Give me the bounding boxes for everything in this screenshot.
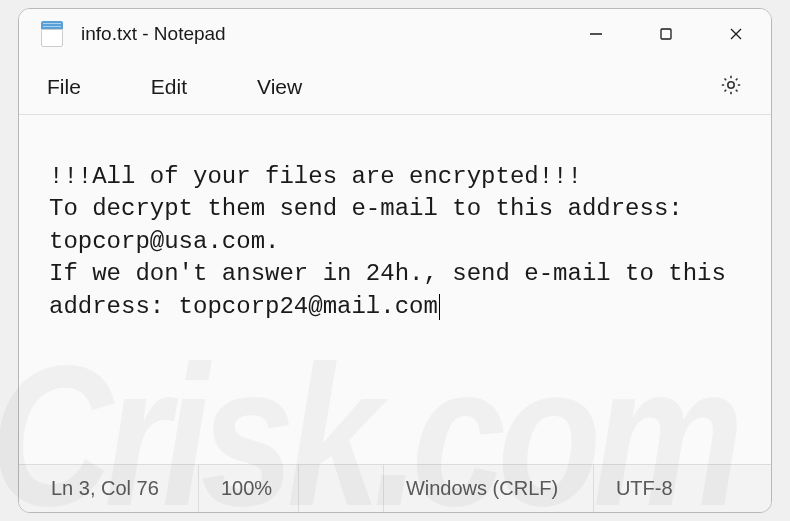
status-zoom[interactable]: 100% bbox=[199, 465, 299, 512]
menu-view[interactable]: View bbox=[257, 75, 302, 99]
text-area[interactable]: !!!All of your files are encrypted!!! To… bbox=[19, 115, 771, 464]
close-button[interactable] bbox=[701, 9, 771, 59]
minimize-button[interactable] bbox=[561, 9, 631, 59]
notepad-icon bbox=[41, 21, 63, 47]
status-encoding: UTF-8 bbox=[594, 465, 771, 512]
text-cursor bbox=[439, 294, 440, 320]
statusbar: Ln 3, Col 76 100% Windows (CRLF) UTF-8 bbox=[19, 464, 771, 512]
menubar: File Edit View bbox=[19, 59, 771, 115]
window-controls bbox=[561, 9, 771, 59]
menu-file[interactable]: File bbox=[47, 75, 81, 99]
text-content: !!!All of your files are encrypted!!! To… bbox=[49, 163, 740, 320]
status-spacer bbox=[299, 465, 384, 512]
notepad-window: info.txt - Notepad File Edit View !!!All… bbox=[18, 8, 772, 513]
window-title: info.txt - Notepad bbox=[81, 23, 226, 45]
maximize-button[interactable] bbox=[631, 9, 701, 59]
menu-edit[interactable]: Edit bbox=[151, 75, 187, 99]
gear-icon[interactable] bbox=[719, 73, 743, 101]
status-position: Ln 3, Col 76 bbox=[19, 465, 199, 512]
titlebar: info.txt - Notepad bbox=[19, 9, 771, 59]
svg-rect-1 bbox=[661, 29, 671, 39]
svg-point-4 bbox=[728, 81, 734, 87]
status-line-ending: Windows (CRLF) bbox=[384, 465, 594, 512]
